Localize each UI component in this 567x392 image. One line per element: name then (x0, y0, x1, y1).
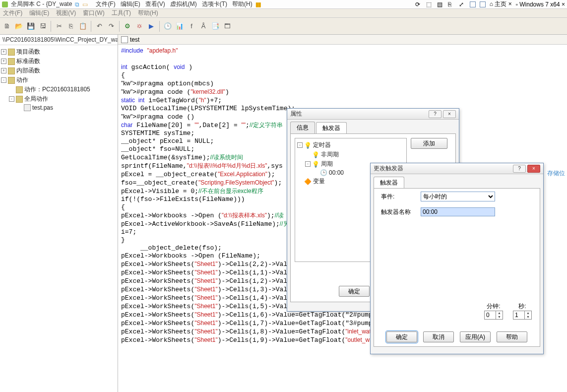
add-button[interactable]: 添加 (411, 138, 447, 149)
tab-info[interactable]: 信息 (290, 122, 315, 133)
menu-vm[interactable]: 虚拟机(M) (170, 0, 197, 8)
folder-icon (16, 86, 23, 93)
folder-icon (8, 49, 15, 56)
tree-icon: 💡 (312, 151, 319, 158)
change-trigger-dialog: 更改触发器 ? × 触发器 事件: 每小时的 触发器名称 分钟: ▲▼ (370, 163, 544, 354)
pause-icon[interactable]: ▮▮ (255, 1, 260, 8)
trigger-name-label: 触发器名称 (381, 208, 416, 216)
app-menubar: 文件(F) 编辑(E) 视图(V) 窗口(W) 工具(T) 帮助(H) (0, 9, 567, 18)
tool-icon[interactable]: f (188, 22, 195, 30)
second-spin[interactable]: ▲▼ (513, 311, 532, 320)
menu2-help[interactable]: 帮助(H) (138, 9, 158, 17)
apply-button[interactable]: 应用(A) (460, 331, 491, 342)
event-combo[interactable]: 每小时的 (421, 192, 495, 201)
toolbar-icon[interactable]: ⟳ (415, 1, 422, 8)
tree-folder[interactable]: +项目函数 (1, 47, 117, 57)
trigger-name-input[interactable] (421, 207, 495, 216)
tree-file[interactable]: test.pas (1, 104, 117, 112)
folder-icon (8, 77, 15, 84)
project-path: \\PC201603181805\WinCC_Project_DY_water_ (0, 35, 118, 45)
folder-icon[interactable]: ▭ (82, 1, 88, 8)
tree-icon: 🕒 (320, 169, 327, 176)
menu2-window[interactable]: 窗口(W) (83, 9, 104, 17)
sidebar: \\PC201603181805\WinCC_Project_DY_water_… (0, 35, 118, 392)
run-icon[interactable]: ▶ (147, 22, 155, 30)
tool-icon[interactable]: Å (199, 22, 207, 30)
close-button[interactable]: × (527, 165, 540, 173)
tree-folder[interactable]: -动作 (1, 75, 117, 85)
document-icon (121, 36, 128, 43)
folder-icon (8, 58, 15, 65)
help-button[interactable]: ? (429, 110, 441, 118)
tree-icon: 💡 (312, 161, 319, 168)
menu-view[interactable]: 查看(V) (145, 0, 165, 8)
folder-icon (8, 67, 15, 74)
editor-tab-label[interactable]: test (130, 36, 139, 43)
tree-icon: 💡 (304, 142, 312, 149)
menu2-view[interactable]: 视图(V) (56, 9, 76, 17)
menu2-tools[interactable]: 工具(T) (112, 9, 131, 17)
new-icon[interactable]: 🗎 (3, 22, 11, 30)
menu-help[interactable]: 帮助(H) (232, 0, 252, 8)
compile-icon[interactable]: ⚙ (124, 22, 131, 30)
tab-trigger[interactable]: 触发器 (316, 122, 347, 134)
project-tree: +项目函数+标准函数+内部函数-动作动作：PC201603181805-全局动作… (0, 45, 118, 114)
menu2-file[interactable]: 文件(F) (3, 9, 22, 17)
help-button[interactable]: 帮助 (497, 331, 527, 342)
help-button[interactable]: ? (513, 165, 526, 173)
trigger-tree-item[interactable]: 💡 非周期 (297, 150, 404, 159)
tool-icon[interactable]: 📊 (176, 22, 184, 30)
cut-icon[interactable]: ✂ (55, 22, 63, 30)
copy-icon[interactable]: ⎘ (67, 22, 75, 30)
app-toolbar: 🗎 📂 💾 🖫 ✂ ⎘ 📋 ↶ ↷ ⚙ ⛭ ▶ 🕒 📊 f Å 📑 🗔 (0, 18, 567, 35)
file-icon (24, 104, 31, 111)
menu-tabs[interactable]: 选项卡(T) (202, 0, 227, 8)
editor-tabbar: test (118, 35, 567, 45)
saveall-icon[interactable]: 🖫 (39, 22, 47, 30)
home-tab[interactable]: ⌂ 主页 × (490, 0, 512, 8)
minute-label: 分钟: (484, 302, 503, 311)
tab-trigger[interactable]: 触发器 (374, 177, 404, 189)
folder-icon (16, 96, 23, 103)
tree-folder[interactable]: -全局动作 (1, 94, 117, 104)
ok-button[interactable]: 确定 (386, 331, 417, 342)
paste-icon[interactable]: 📋 (79, 22, 87, 30)
toolbar-icon[interactable] (470, 1, 476, 7)
ok-button[interactable]: 确定 (339, 286, 370, 297)
close-button[interactable]: × (443, 110, 456, 118)
redo-icon[interactable]: ↷ (107, 22, 115, 30)
toolbar-icon[interactable]: ⤢ (459, 1, 466, 8)
toolbar-icon[interactable]: ⬚ (426, 1, 433, 8)
tree-folder[interactable]: +标准函数 (1, 57, 117, 66)
dialog-title: 属性 (290, 110, 302, 118)
tool-icon[interactable]: 🕒 (164, 22, 172, 30)
toolbar-icon[interactable]: ⎘ (448, 1, 455, 8)
restore-icon[interactable]: ⧉ (75, 1, 79, 8)
trigger-tree-item[interactable]: -💡 定时器 (297, 140, 404, 150)
menu-file[interactable]: 文件(F) (96, 0, 115, 8)
tree-folder[interactable]: 动作：PC201603181805 (1, 85, 117, 94)
dialog-title: 更改触发器 (374, 164, 403, 173)
cancel-button[interactable]: 取消 (423, 331, 454, 342)
app-title: 全局脚本 C - {DY_wate (11, 0, 72, 8)
toolbar-icon[interactable] (480, 1, 486, 7)
tree-folder[interactable]: +内部函数 (1, 66, 117, 75)
menu-edit[interactable]: 编辑(E) (121, 0, 140, 8)
minute-spin[interactable]: ▲▼ (484, 311, 503, 320)
toolbar-icon[interactable]: ▤ (437, 1, 444, 8)
undo-icon[interactable]: ↶ (95, 22, 103, 30)
store-hint: 存储位 (547, 169, 565, 178)
save-icon[interactable]: 💾 (27, 22, 35, 30)
second-label: 秒: (513, 302, 532, 311)
event-label: 事件: (381, 193, 416, 201)
build-icon[interactable]: ⛭ (135, 22, 143, 30)
tool-icon[interactable]: 📑 (211, 22, 219, 30)
vm-menu: 文件(F) 编辑(E) 查看(V) 虚拟机(M) 选项卡(T) 帮助(H) (96, 0, 252, 8)
menu2-edit[interactable]: 编辑(E) (29, 9, 49, 17)
tree-icon: 🔶 (304, 178, 312, 185)
vm-tab[interactable]: ▫ Windows 7 x64 × (516, 1, 565, 8)
tool-icon[interactable]: 🗔 (223, 22, 231, 30)
open-icon[interactable]: 📂 (15, 22, 23, 30)
vm-topbar: 全局脚本 C - {DY_wate ⧉ ▭ 文件(F) 编辑(E) 查看(V) … (0, 0, 567, 9)
app-icon (2, 1, 8, 7)
